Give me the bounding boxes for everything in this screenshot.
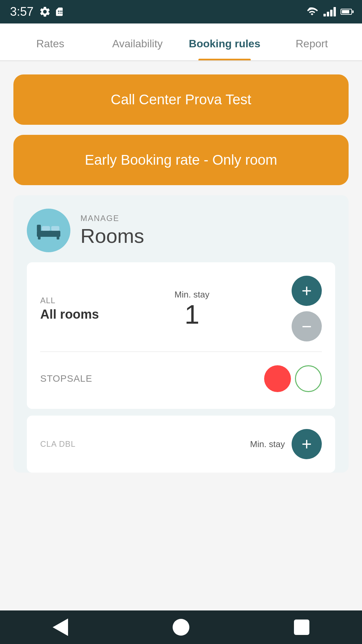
bed-icon	[35, 221, 62, 240]
settings-icon	[39, 6, 51, 18]
tab-booking-rules[interactable]: Booking rules	[181, 23, 268, 60]
svg-rect-1	[37, 225, 41, 231]
min-stay-section: Min. stay 1	[175, 289, 209, 328]
svg-rect-0	[37, 231, 60, 237]
increment-min-stay-button[interactable]: +	[292, 276, 322, 306]
wifi-icon	[305, 6, 319, 17]
svg-rect-4	[38, 236, 41, 239]
status-bar-right	[305, 6, 352, 17]
min-stay-controls: + −	[292, 276, 322, 341]
battery-icon	[341, 9, 352, 15]
status-bar: 3:57	[0, 0, 362, 23]
nav-home-button[interactable]	[169, 615, 193, 639]
stopsale-row: STOPSALE	[40, 362, 322, 395]
stopsale-toggle-on[interactable]	[264, 365, 291, 392]
nav-back-button[interactable]	[49, 615, 72, 639]
svg-rect-5	[57, 236, 59, 239]
room-info: ALL All rooms	[40, 296, 99, 322]
tab-report[interactable]: Report	[268, 23, 355, 60]
manage-rooms-card: MANAGE Rooms ALL All rooms Min. stay 1 +…	[13, 195, 349, 473]
status-bar-left: 3:57	[10, 5, 64, 19]
tab-bar: Rates Availability Booking rules Report	[0, 23, 362, 60]
early-booking-button[interactable]: Early Booking rate - Only room	[13, 135, 349, 185]
manage-title-section: MANAGE Rooms	[80, 214, 144, 248]
recent-icon	[294, 620, 309, 635]
cla-dbl-info: CLA DBL	[40, 439, 76, 449]
all-rooms-card: ALL All rooms Min. stay 1 + − STOPSALE	[27, 262, 335, 409]
cla-dbl-card: CLA DBL Min. stay +	[27, 416, 335, 473]
signal-icon	[323, 7, 336, 16]
nav-recent-button[interactable]	[290, 615, 313, 639]
decrement-min-stay-button[interactable]: −	[292, 311, 322, 341]
rooms-icon-circle	[27, 209, 70, 252]
svg-rect-2	[42, 226, 50, 231]
home-icon	[173, 619, 189, 636]
tab-rates[interactable]: Rates	[7, 23, 94, 60]
svg-rect-3	[51, 226, 59, 231]
room-min-stay-row: ALL All rooms Min. stay 1 + −	[40, 276, 322, 352]
stopsale-toggle-group	[264, 365, 322, 392]
cla-dbl-controls: Min. stay +	[250, 429, 322, 459]
tab-availability[interactable]: Availability	[94, 23, 181, 60]
nav-bar	[0, 610, 362, 644]
call-center-button[interactable]: Call Center Prova Test	[13, 74, 349, 125]
back-icon	[53, 619, 68, 636]
status-time: 3:57	[10, 5, 34, 19]
main-content: Call Center Prova Test Early Booking rat…	[0, 61, 362, 486]
manage-header: MANAGE Rooms	[27, 209, 335, 252]
stopsale-toggle-off[interactable]	[295, 365, 322, 392]
cla-dbl-increment-button[interactable]: +	[292, 429, 322, 459]
sim-icon	[54, 6, 64, 18]
status-icons	[39, 6, 64, 18]
